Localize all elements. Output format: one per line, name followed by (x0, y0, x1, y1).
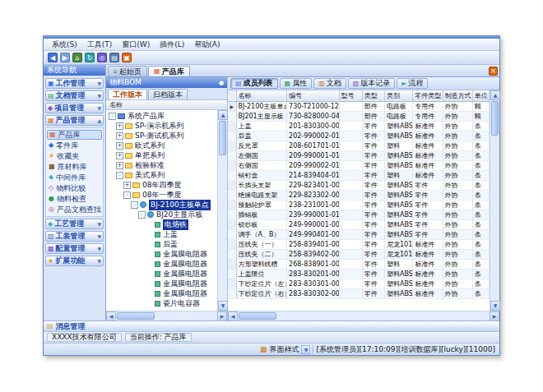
search-icon[interactable]: ◎ (97, 53, 107, 62)
bom-tab-归档版本[interactable]: 归档版本 (148, 89, 188, 99)
sidebar-item-产品库[interactable]: ▦产品库 (47, 130, 102, 140)
tree-node[interactable]: 电烙铁 (106, 219, 217, 229)
detail-tab-版本记录[interactable]: ▧版本记录 (348, 78, 396, 89)
scroll-down-button[interactable]: ▼ (490, 301, 500, 311)
tree-node[interactable]: 上盖 (106, 229, 217, 239)
back-icon[interactable]: ◀ (48, 53, 58, 62)
tree-node[interactable]: -美式系列 (106, 170, 217, 180)
tree-node[interactable]: +单把系列 (106, 150, 217, 160)
tree-node[interactable]: -系统产品库 (106, 111, 217, 121)
table-row[interactable]: 下纱定位片（左）283-830301-00E零件塑料ABS标准件外协条 (228, 279, 490, 289)
tree-node[interactable]: 后盖 (106, 239, 217, 249)
table-row[interactable]: 锁纱板249-990001-00E零件塑料ABS零件外协条 (228, 220, 490, 230)
table-row[interactable]: 方形塑料线槽268-838901-00E零件塑料标准件外协条 (228, 260, 490, 270)
table-row[interactable]: 调手（A、B）249-990401-00E零件塑料ABS零件外协条 (228, 230, 490, 240)
sidebar-group-配置管理[interactable]: ▩配置管理▼ (45, 243, 104, 254)
tree-node[interactable]: +SP-测试机系列 (106, 131, 217, 141)
collapse-toggle[interactable]: - (138, 211, 146, 219)
table-row[interactable]: 右侧面209-990002-01E零件塑料ABS标准件外协条 (228, 161, 490, 171)
column-header-单位[interactable]: 单位 (472, 90, 489, 102)
expand-toggle[interactable]: + (116, 152, 123, 159)
collapse-toggle[interactable]: - (123, 191, 131, 199)
tree-column-header[interactable]: 名称 (106, 100, 227, 110)
tree-node[interactable]: 瓷片电容器 (106, 298, 217, 308)
table-row[interactable]: 上盖201-830300-00E零件塑料ABS标准件外协条 (228, 122, 490, 131)
sidebar-group-产品管理[interactable]: ▦产品管理▲ (45, 115, 104, 126)
tree-node[interactable]: 金属膜电阻器 (106, 269, 217, 279)
scroll-up-button[interactable]: ▲ (218, 110, 228, 120)
sidebar-item-原材料库[interactable]: ■原材料库 (47, 162, 102, 172)
exit-icon[interactable]: ▣ (122, 53, 132, 62)
print-icon[interactable]: ▤ (109, 53, 119, 62)
menu-item[interactable]: 插件(L) (155, 39, 189, 50)
expand-toggle[interactable]: + (123, 182, 131, 189)
tree-node[interactable]: -08年一季度 (106, 190, 217, 200)
pin-icon[interactable]: ● (219, 80, 224, 86)
tree-node[interactable]: +08年四季度 (106, 180, 217, 190)
forward-icon[interactable]: ▶ (60, 53, 70, 62)
scrollbar-thumb[interactable] (219, 121, 226, 155)
home-icon[interactable]: ⌂ (72, 53, 82, 62)
tree-node[interactable]: -BJ-2100主板单点 (106, 200, 217, 210)
sidebar-item-物料比较[interactable]: ◇物料比较 (47, 183, 102, 193)
column-header-类型[interactable]: 类型 (362, 90, 384, 102)
tree-node[interactable]: 金属膜电阻器 (106, 279, 217, 288)
collapse-toggle[interactable]: - (116, 172, 123, 179)
tab-产品库[interactable]: ▦产品库 (148, 66, 190, 76)
tree-node[interactable]: +检验标准 (106, 160, 217, 170)
sidebar-item-中间件库[interactable]: ◈中间件库 (47, 173, 102, 182)
column-header-零件类型[interactable]: 零件类型 (413, 90, 443, 102)
bom-tab-工作版本[interactable]: 工作版本 (108, 89, 147, 99)
collapse-toggle[interactable]: - (109, 113, 116, 120)
table-row[interactable]: 后盖202-990002-01E零件塑料ABS标准件外协条 (228, 131, 490, 141)
refresh-icon[interactable]: ↻ (85, 53, 95, 62)
tab-起始页[interactable]: ⌂起始页 (108, 66, 147, 76)
menu-item[interactable]: 帮助(A) (189, 39, 225, 50)
sidebar-item-零件库[interactable]: ◆零件库 (47, 141, 102, 150)
expand-toggle[interactable]: + (116, 162, 123, 169)
tree-node[interactable]: -BJ20主显示板 (106, 210, 217, 219)
table-row[interactable]: 反光罩208-601701-01E零件塑料标准件外协条 (228, 141, 490, 151)
menu-item[interactable]: 工具(T) (82, 39, 118, 50)
scrollbar-thumb[interactable] (239, 312, 276, 320)
detail-tab-属性[interactable]: ▦属性 (280, 78, 313, 89)
scroll-down-button[interactable]: ▼ (218, 301, 228, 311)
bom-tree-vertical-scrollbar[interactable]: ▲ ▼ (217, 110, 227, 311)
tree-node[interactable]: 金属膜电阻器 (106, 249, 217, 259)
scrollbar-thumb[interactable] (491, 101, 499, 136)
grid-vertical-scrollbar[interactable]: ▲ ▼ (490, 90, 499, 311)
close-tab-button[interactable]: × (489, 67, 498, 76)
sidebar-group-工装管理[interactable]: ▨工装管理▼ (45, 231, 104, 242)
table-row[interactable]: 上盖限位283-830201-00E零件塑料ABS标准件外协条 (228, 270, 490, 279)
tree-node[interactable]: +欧式系列 (106, 141, 217, 150)
table-row[interactable]: BJ201主显示板730-828000-04E部件电路板专用件外协颗 (228, 112, 490, 122)
grid-horizontal-scrollbar[interactable]: ◀ ▶ (228, 311, 499, 321)
table-row[interactable]: 压线夹（一）258-839401-00E零件尼龙1010标准件外协条 (228, 240, 490, 250)
column-header-名称[interactable]: 名称 (236, 90, 286, 102)
sidebar-item-产品文档查找[interactable]: ◎产品文档查找 (47, 205, 102, 214)
sidebar-group-工作管理[interactable]: ▣工作管理▼ (45, 78, 104, 89)
scroll-up-button[interactable]: ▲ (490, 90, 500, 100)
detail-tab-流程[interactable]: ►流程 (397, 78, 428, 89)
sidebar-item-收藏夹[interactable]: ★收藏夹 (47, 151, 102, 161)
column-header-编号[interactable]: 编号 (287, 90, 340, 102)
table-row[interactable]: 长插头支架229-823401-00E零件塑料ABS零件外协条 (228, 181, 490, 191)
column-header-型号[interactable]: 型号 (339, 90, 362, 102)
message-panel-header[interactable]: ▤ 消息管理 (44, 321, 499, 331)
table-row[interactable]: 插销板239-990001-01E零件塑料ABS零件外协条 (228, 210, 490, 220)
sidebar-group-扩展功能[interactable]: ★扩展功能▼ (45, 256, 104, 266)
table-row[interactable]: ▶BJ-2100主板单点730-T21000-12E部件电路板专用件外协颗 (228, 102, 490, 112)
table-row[interactable]: 压线夹（二）258-839402-00E零件尼龙1010标准件外协条 (228, 250, 490, 260)
tree-node[interactable]: 金属膜电阻器 (106, 259, 217, 269)
expand-toggle[interactable]: + (116, 122, 123, 130)
sidebar-group-项目管理[interactable]: ◆项目管理▼ (45, 103, 104, 113)
table-row[interactable]: 下纱定位片（右）283-830302-00E零件塑料ABS标准件外协条 (228, 289, 490, 299)
table-row[interactable]: 接触轮护罩238-231001-00E零件塑料ABS零件外协条 (228, 201, 490, 210)
bom-tree-horizontal-scrollbar[interactable]: ◀ ▶ (106, 311, 227, 321)
detail-tab-文档[interactable]: ▥文档 (313, 78, 346, 89)
expand-toggle[interactable]: + (116, 132, 123, 140)
scrollbar-thumb[interactable] (117, 312, 155, 320)
collapse-toggle[interactable]: - (131, 201, 138, 209)
tree-node[interactable]: 金属膜电阻器 (106, 288, 217, 298)
ui-style-dropdown-button[interactable]: ▼ (301, 345, 310, 354)
